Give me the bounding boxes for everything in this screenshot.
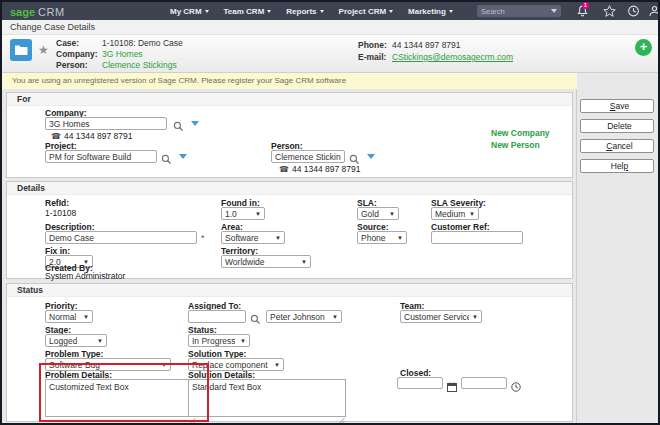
stage-select[interactable]: Logged▼ bbox=[45, 334, 107, 347]
sla-value: Gold bbox=[361, 209, 379, 219]
found-in-select[interactable]: 1.0▼ bbox=[221, 207, 265, 220]
solution-type-value: Replace component bbox=[192, 360, 268, 370]
select-arrow-icon: ▼ bbox=[275, 235, 281, 241]
project-dropdown-icon[interactable] bbox=[179, 154, 187, 159]
search-input[interactable] bbox=[477, 7, 551, 16]
company-search-icon[interactable] bbox=[173, 118, 184, 136]
search-chevron-icon[interactable] bbox=[551, 9, 557, 13]
for-panel: For Company: ☎44 1344 897 8791 Project: … bbox=[6, 92, 573, 178]
sla-severity-select[interactable]: Medium▼ bbox=[431, 207, 479, 220]
phone-icon: ☎ bbox=[51, 132, 61, 141]
assigned-to-select[interactable]: Peter Johnson▼ bbox=[266, 310, 342, 323]
area-select[interactable]: Software▼ bbox=[221, 231, 285, 244]
closed-date-field[interactable] bbox=[397, 377, 443, 389]
nav-team-crm[interactable]: Team CRM bbox=[224, 7, 272, 16]
favorites-star-icon[interactable] bbox=[603, 4, 617, 18]
nav-project-crm[interactable]: Project CRM bbox=[339, 7, 394, 16]
time-clock-icon[interactable] bbox=[511, 378, 521, 396]
status-select[interactable]: In Progress▼ bbox=[188, 334, 250, 347]
case-label: Case: bbox=[56, 38, 79, 48]
details-panel-title: Details bbox=[7, 182, 572, 195]
nav-my-crm[interactable]: My CRM bbox=[170, 7, 209, 16]
help-accesskey: p bbox=[624, 161, 629, 171]
select-arrow-icon: ▼ bbox=[97, 338, 103, 344]
territory-select[interactable]: Worldwide▼ bbox=[221, 255, 311, 268]
sla-severity-value: Medium bbox=[435, 209, 465, 219]
global-search bbox=[477, 5, 561, 17]
sage-crm-logo[interactable]: sageCRM bbox=[10, 2, 65, 20]
phone-label: Phone: bbox=[358, 40, 387, 50]
person-field[interactable] bbox=[271, 150, 345, 163]
main-menu: My CRM Team CRM Reports Project CRM Mark… bbox=[170, 2, 453, 20]
problem-type-value: Software Bug bbox=[49, 360, 100, 370]
refid-value: 1-10108 bbox=[45, 208, 76, 218]
new-company-link[interactable]: New Company bbox=[491, 128, 550, 138]
logo-crm: CRM bbox=[38, 6, 65, 18]
nav-my-crm-label: My CRM bbox=[170, 7, 202, 16]
closed-time-field[interactable] bbox=[461, 377, 507, 389]
status-value: In Progress bbox=[192, 336, 235, 346]
nav-project-crm-label: Project CRM bbox=[339, 7, 387, 16]
sage-crm-window: sageCRM My CRM Team CRM Reports Project … bbox=[0, 0, 660, 425]
status-panel: Status Priority: Normal▼ Assigned To: Pe… bbox=[6, 283, 573, 422]
add-new-button[interactable]: + bbox=[635, 39, 652, 56]
case-value: 1-10108: Demo Case bbox=[102, 38, 183, 48]
chevron-down-icon bbox=[389, 10, 393, 13]
nav-reports[interactable]: Reports bbox=[286, 7, 323, 16]
calendar-icon[interactable] bbox=[447, 378, 457, 396]
project-search-icon[interactable] bbox=[161, 151, 172, 169]
description-field[interactable] bbox=[45, 231, 197, 244]
person-label: Person: bbox=[56, 60, 88, 70]
help-button[interactable]: Help bbox=[580, 159, 654, 173]
save-button[interactable]: Save bbox=[580, 99, 654, 113]
details-panel: Details RefId: 1-10108 Found in: 1.0▼ SL… bbox=[6, 181, 573, 279]
delete-button[interactable]: Delete bbox=[580, 119, 654, 133]
chevron-down-icon bbox=[267, 10, 271, 13]
for-panel-title: For bbox=[7, 93, 572, 106]
problem-details-textarea[interactable]: Customized Text Box bbox=[45, 379, 197, 417]
notifications-bell-icon[interactable]: 1 bbox=[576, 4, 590, 18]
sla-select[interactable]: Gold▼ bbox=[357, 207, 399, 220]
select-arrow-icon: ▼ bbox=[332, 314, 338, 320]
customer-ref-field[interactable] bbox=[431, 231, 523, 244]
assigned-to-field[interactable] bbox=[188, 310, 246, 323]
refid-label: RefId: bbox=[45, 198, 69, 208]
email-link[interactable]: CStickings@demosagecrm.com bbox=[392, 52, 513, 62]
found-in-value: 1.0 bbox=[225, 209, 237, 219]
assigned-to-search-icon[interactable] bbox=[250, 311, 261, 329]
chevron-down-icon bbox=[205, 10, 209, 13]
recent-clock-icon[interactable] bbox=[627, 4, 641, 18]
team-value: Customer Service bbox=[404, 312, 469, 322]
cancel-button[interactable]: Cancel bbox=[580, 139, 654, 153]
top-navbar: sageCRM My CRM Team CRM Reports Project … bbox=[2, 2, 658, 20]
company-field[interactable] bbox=[45, 117, 167, 130]
team-select[interactable]: Customer Service▼ bbox=[400, 310, 482, 323]
phone-icon: ☎ bbox=[279, 165, 289, 174]
nav-marketing-label: Marketing bbox=[408, 7, 446, 16]
solution-details-textarea[interactable]: Standard Text Box bbox=[188, 379, 346, 417]
person-link[interactable]: Clemence Stickings bbox=[102, 60, 177, 70]
new-person-link[interactable]: New Person bbox=[491, 140, 540, 150]
company-label: Company: bbox=[56, 49, 98, 59]
select-arrow-icon: ▼ bbox=[389, 211, 395, 217]
company-dropdown-icon[interactable] bbox=[191, 121, 199, 126]
required-mark: * bbox=[201, 233, 205, 243]
profile-person-icon[interactable] bbox=[648, 4, 660, 18]
priority-select[interactable]: Normal▼ bbox=[45, 310, 93, 323]
cancel-label: ancel bbox=[612, 141, 632, 151]
case-context-card: ★ Case: 1-10108: Demo Case Company: 3G H… bbox=[2, 35, 658, 73]
resize-handle-icon[interactable] bbox=[338, 410, 345, 425]
status-panel-title: Status bbox=[7, 284, 572, 297]
company-link[interactable]: 3G Homes bbox=[102, 49, 143, 59]
person-dropdown-icon[interactable] bbox=[367, 154, 375, 159]
nav-team-crm-label: Team CRM bbox=[224, 7, 265, 16]
case-folder-icon[interactable] bbox=[10, 39, 32, 61]
favorite-star-icon[interactable]: ★ bbox=[38, 43, 49, 57]
email-label: E-mail: bbox=[358, 52, 386, 62]
person-phone: ☎44 1344 897 8791 bbox=[279, 164, 361, 174]
nav-marketing[interactable]: Marketing bbox=[408, 7, 453, 16]
source-select[interactable]: Phone▼ bbox=[357, 231, 407, 244]
phone-value: 44 1344 897 8791 bbox=[392, 40, 461, 50]
source-value: Phone bbox=[361, 233, 386, 243]
project-field[interactable] bbox=[45, 150, 157, 163]
